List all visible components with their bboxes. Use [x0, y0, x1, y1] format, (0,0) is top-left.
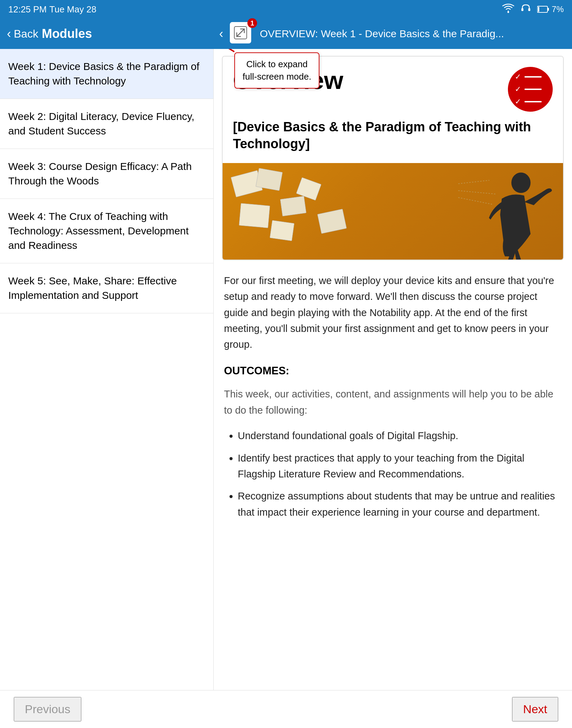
notification-badge: 1 [247, 18, 257, 28]
time-display: 12:25 PM [8, 4, 47, 15]
sidebar-item-week2[interactable]: Week 2: Digital Literacy, Device Fluency… [0, 99, 213, 149]
back-label: Back [14, 28, 38, 40]
back-button[interactable]: ‹ Back [7, 27, 38, 41]
svg-line-7 [237, 29, 244, 37]
previous-button[interactable]: Previous [14, 697, 81, 721]
intro-paragraph: For our first meeting, we will deploy yo… [224, 273, 562, 353]
svg-rect-1 [521, 8, 523, 11]
content-panel: Click to expandfull-screen mode. Overvie… [214, 49, 572, 690]
overview-checklist-icon: ✓ ✓ ✓ [508, 67, 553, 112]
svg-rect-5 [538, 7, 539, 12]
check-line-3 [524, 101, 542, 102]
module-card: Overview ✓ ✓ ✓ [Device Basic [222, 56, 564, 260]
outcome-item-2: Identify best practices that apply to yo… [238, 450, 562, 482]
next-button[interactable]: Next [512, 697, 558, 721]
nav-right-section: ‹ 1 OVERVIEW: Week 1 - Device Basics & t… [214, 21, 572, 47]
writing-lines [223, 163, 563, 260]
sidebar-item-week4[interactable]: Week 4: The Crux of Teaching with Techno… [0, 199, 213, 263]
module-image [223, 163, 563, 260]
status-right: 7% [502, 3, 564, 16]
battery-display: 7% [537, 4, 564, 14]
main-content: Week 1: Device Basics & the Paradigm of … [0, 49, 572, 690]
outcome-item-1: Understand foundational goals of Digital… [238, 428, 562, 444]
battery-percent: 7% [552, 4, 564, 14]
checkmark-1: ✓ [515, 72, 521, 81]
check-row-2: ✓ [515, 85, 542, 94]
sidebar-item-week1[interactable]: Week 1: Device Basics & the Paradigm of … [0, 49, 213, 99]
back-arrow-icon: ‹ [7, 27, 11, 41]
wifi-icon [502, 3, 514, 15]
bottom-nav: Previous Next [0, 690, 572, 728]
nav-left: ‹ Back Modules [0, 27, 214, 41]
nav-bar: ‹ Back Modules ‹ 1 OVERVIEW: Week 1 - De… [0, 19, 572, 49]
expand-arrows-icon [233, 26, 248, 40]
outcomes-list: Understand foundational goals of Digital… [224, 428, 562, 520]
modules-title: Modules [42, 27, 92, 41]
svg-point-0 [508, 11, 509, 13]
outcomes-intro: This week, our activities, content, and … [224, 386, 562, 418]
overview-title: Overview [233, 67, 500, 94]
module-subtitle: [Device Basics & the Paradigm of Teachin… [223, 119, 563, 163]
page-title: OVERVIEW: Week 1 - Device Basics & the P… [260, 28, 572, 40]
outcomes-heading: OUTCOMES: [224, 362, 562, 380]
status-bar: 12:25 PM Tue May 28 [0, 0, 572, 19]
sidebar-item-label: Week 3: Course Design Efficacy: A Path T… [8, 161, 192, 186]
sidebar-item-label: Week 2: Digital Literacy, Device Fluency… [8, 111, 194, 136]
image-illustration [223, 163, 563, 260]
svg-rect-4 [548, 8, 549, 11]
module-header: Overview ✓ ✓ ✓ [223, 57, 563, 119]
checkmark-3: ✓ [515, 97, 521, 106]
svg-line-11 [458, 191, 496, 194]
check-row-1: ✓ [515, 72, 542, 81]
sidebar-item-week5[interactable]: Week 5: See, Make, Share: Effective Impl… [0, 263, 213, 313]
headphone-icon [521, 3, 531, 16]
svg-rect-2 [528, 8, 530, 11]
svg-line-12 [458, 198, 493, 204]
date-display: Tue May 28 [49, 4, 96, 15]
nav-back-small-icon[interactable]: ‹ [219, 27, 223, 41]
sidebar-item-label: Week 5: See, Make, Share: Effective Impl… [8, 275, 177, 301]
check-line-2 [524, 89, 542, 90]
svg-line-10 [458, 180, 489, 184]
expand-button-container: 1 [229, 21, 254, 47]
content-body: For our first meeting, we will deploy yo… [214, 260, 572, 539]
sidebar: Week 1: Device Basics & the Paradigm of … [0, 49, 214, 690]
outcome-item-3: Recognize assumptions about students tha… [238, 488, 562, 520]
sidebar-item-label: Week 4: The Crux of Teaching with Techno… [8, 211, 189, 251]
sidebar-item-week3[interactable]: Week 3: Course Design Efficacy: A Path T… [0, 149, 213, 199]
sidebar-item-label: Week 1: Device Basics & the Paradigm of … [8, 61, 200, 87]
check-line-1 [524, 76, 542, 78]
tooltip-arrow [214, 49, 238, 55]
status-left: 12:25 PM Tue May 28 [8, 4, 96, 15]
check-row-3: ✓ [515, 97, 542, 106]
checkmark-2: ✓ [515, 85, 521, 94]
